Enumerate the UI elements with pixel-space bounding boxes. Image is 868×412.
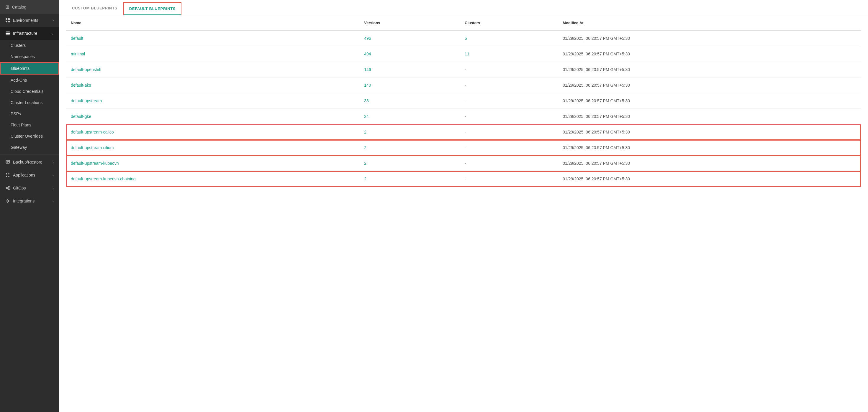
sidebar-item-namespaces[interactable]: Namespaces bbox=[0, 51, 59, 62]
blueprint-clusters-cell: - bbox=[460, 77, 558, 93]
svg-point-19 bbox=[7, 200, 8, 202]
blueprint-clusters-cell[interactable]: 5 bbox=[460, 31, 558, 46]
blueprint-modified-cell: 01/29/2025, 06:20:57 PM GMT+5:30 bbox=[558, 140, 861, 156]
col-clusters: Clusters bbox=[460, 15, 558, 31]
sidebar-item-label: Integrations bbox=[13, 199, 34, 203]
blueprint-modified-cell: 01/29/2025, 06:20:57 PM GMT+5:30 bbox=[558, 46, 861, 62]
col-versions: Versions bbox=[359, 15, 460, 31]
sidebar-item-cloud-credentials[interactable]: Cloud Credentials bbox=[0, 86, 59, 97]
blueprint-versions-cell[interactable]: 2 bbox=[359, 124, 460, 140]
chevron-right-icon: › bbox=[53, 186, 54, 190]
sidebar-item-label: Backup/Restore bbox=[13, 160, 42, 165]
sidebar-item-integrations[interactable]: Integrations › bbox=[0, 195, 59, 207]
table-row[interactable]: default-upstream38-01/29/2025, 06:20:57 … bbox=[66, 93, 861, 109]
blueprint-versions-cell[interactable]: 2 bbox=[359, 140, 460, 156]
chevron-right-icon: › bbox=[53, 173, 54, 177]
blueprint-modified-cell: 01/29/2025, 06:20:57 PM GMT+5:30 bbox=[558, 109, 861, 124]
sidebar-item-gitops[interactable]: GitOps › bbox=[0, 181, 59, 195]
blueprint-clusters-cell: - bbox=[460, 93, 558, 109]
blueprint-versions-cell[interactable]: 38 bbox=[359, 93, 460, 109]
table-row[interactable]: default-gke24-01/29/2025, 06:20:57 PM GM… bbox=[66, 109, 861, 124]
blueprint-versions-cell[interactable]: 496 bbox=[359, 31, 460, 46]
chevron-right-icon: › bbox=[53, 199, 54, 203]
table-row[interactable]: default-upstream-kubeovn-chaining2-01/29… bbox=[66, 171, 861, 187]
svg-rect-0 bbox=[6, 18, 7, 20]
blueprint-modified-cell: 01/29/2025, 06:20:57 PM GMT+5:30 bbox=[558, 93, 861, 109]
sidebar-item-clusters[interactable]: Clusters bbox=[0, 40, 59, 51]
table-row[interactable]: default496501/29/2025, 06:20:57 PM GMT+5… bbox=[66, 31, 861, 46]
blueprint-versions-cell[interactable]: 140 bbox=[359, 77, 460, 93]
svg-point-13 bbox=[8, 176, 9, 177]
sidebar-item-label: Cluster Overrides bbox=[11, 134, 43, 139]
blueprint-name-cell[interactable]: default-gke bbox=[66, 109, 359, 124]
blueprint-name-cell[interactable]: default-upstream-cilium bbox=[66, 140, 359, 156]
blueprint-clusters-cell: - bbox=[460, 62, 558, 77]
blueprint-name-cell[interactable]: default-upstream-kubeovn-chaining bbox=[66, 171, 359, 187]
chevron-down-icon: ⌄ bbox=[51, 31, 54, 35]
sidebar-item-psps[interactable]: PSPs bbox=[0, 108, 59, 119]
blueprint-clusters-cell: - bbox=[460, 171, 558, 187]
blueprint-versions-cell[interactable]: 2 bbox=[359, 156, 460, 171]
sidebar-item-label: PSPs bbox=[11, 111, 21, 116]
blueprint-versions-cell[interactable]: 494 bbox=[359, 46, 460, 62]
sidebar-item-infrastructure[interactable]: Infrastructure ⌄ bbox=[0, 27, 59, 40]
svg-rect-1 bbox=[8, 18, 10, 20]
sidebar-item-backup-restore[interactable]: Backup/Restore › bbox=[0, 156, 59, 169]
blueprint-clusters-cell: - bbox=[460, 109, 558, 124]
blueprint-modified-cell: 01/29/2025, 06:20:57 PM GMT+5:30 bbox=[558, 124, 861, 140]
blueprint-name-cell[interactable]: minimal bbox=[66, 46, 359, 62]
sidebar-item-cluster-locations[interactable]: Cluster Locations bbox=[0, 97, 59, 108]
blueprint-name-cell[interactable]: default-openshift bbox=[66, 62, 359, 77]
blueprints-table: Name Versions Clusters Modified At defau… bbox=[66, 15, 861, 187]
table-row[interactable]: default-upstream-calico2-01/29/2025, 06:… bbox=[66, 124, 861, 140]
sidebar-item-label: Infrastructure bbox=[13, 31, 37, 36]
blueprint-versions-cell[interactable]: 2 bbox=[359, 171, 460, 187]
infrastructure-icon bbox=[5, 31, 10, 36]
table-row[interactable]: default-openshift146-01/29/2025, 06:20:5… bbox=[66, 62, 861, 77]
blueprint-name-cell[interactable]: default-upstream-calico bbox=[66, 124, 359, 140]
sidebar-item-cluster-overrides[interactable]: Cluster Overrides bbox=[0, 131, 59, 142]
svg-line-17 bbox=[7, 187, 8, 188]
tab-default-blueprints[interactable]: DEFAULT BLUEPRINTS bbox=[123, 2, 181, 15]
sidebar-item-label: Add-Ons bbox=[11, 78, 27, 82]
svg-point-14 bbox=[6, 187, 7, 188]
chevron-right-icon: › bbox=[53, 160, 54, 164]
table-row[interactable]: default-upstream-cilium2-01/29/2025, 06:… bbox=[66, 140, 861, 156]
blueprint-clusters-cell[interactable]: 11 bbox=[460, 46, 558, 62]
catalog-icon: ⊞ bbox=[5, 4, 9, 10]
sidebar-item-label: Gateway bbox=[11, 145, 27, 150]
table-row[interactable]: default-aks140-01/29/2025, 06:20:57 PM G… bbox=[66, 77, 861, 93]
blueprint-name-cell[interactable]: default bbox=[66, 31, 359, 46]
sidebar-item-applications[interactable]: Applications › bbox=[0, 169, 59, 181]
sidebar-item-label: Blueprints bbox=[11, 66, 30, 71]
sidebar-item-gateway[interactable]: Gateway bbox=[0, 142, 59, 153]
tabs-bar: CUSTOM BLUEPRINTS DEFAULT BLUEPRINTS bbox=[59, 0, 868, 15]
table-row[interactable]: minimal4941101/29/2025, 06:20:57 PM GMT+… bbox=[66, 46, 861, 62]
sidebar-item-add-ons[interactable]: Add-Ons bbox=[0, 75, 59, 86]
blueprint-modified-cell: 01/29/2025, 06:20:57 PM GMT+5:30 bbox=[558, 62, 861, 77]
sidebar-item-environments[interactable]: Environments › bbox=[0, 14, 59, 27]
tab-custom-blueprints[interactable]: CUSTOM BLUEPRINTS bbox=[66, 2, 123, 15]
environments-icon bbox=[5, 18, 10, 23]
blueprint-name-cell[interactable]: default-aks bbox=[66, 77, 359, 93]
sidebar-item-blueprints[interactable]: Blueprints bbox=[0, 62, 59, 75]
sidebar-item-fleet-plans[interactable]: Fleet Plans bbox=[0, 119, 59, 131]
col-modified-at: Modified At bbox=[558, 15, 861, 31]
blueprint-name-cell[interactable]: default-upstream bbox=[66, 93, 359, 109]
backup-icon bbox=[5, 160, 10, 165]
blueprint-clusters-cell: - bbox=[460, 156, 558, 171]
blueprint-versions-cell[interactable]: 146 bbox=[359, 62, 460, 77]
sidebar-item-label: Fleet Plans bbox=[11, 123, 31, 127]
svg-point-10 bbox=[6, 173, 7, 174]
blueprint-clusters-cell: - bbox=[460, 140, 558, 156]
sidebar-item-catalog[interactable]: ⊞ Catalog bbox=[0, 0, 59, 14]
sidebar-item-label: GitOps bbox=[13, 186, 26, 191]
svg-rect-9 bbox=[6, 162, 8, 163]
blueprint-name-cell[interactable]: default-upstream-kubeovn bbox=[66, 156, 359, 171]
blueprint-versions-cell[interactable]: 24 bbox=[359, 109, 460, 124]
svg-point-11 bbox=[8, 173, 9, 174]
svg-rect-8 bbox=[6, 161, 9, 162]
table-row[interactable]: default-upstream-kubeovn2-01/29/2025, 06… bbox=[66, 156, 861, 171]
svg-line-18 bbox=[7, 188, 8, 189]
svg-rect-7 bbox=[6, 160, 9, 163]
